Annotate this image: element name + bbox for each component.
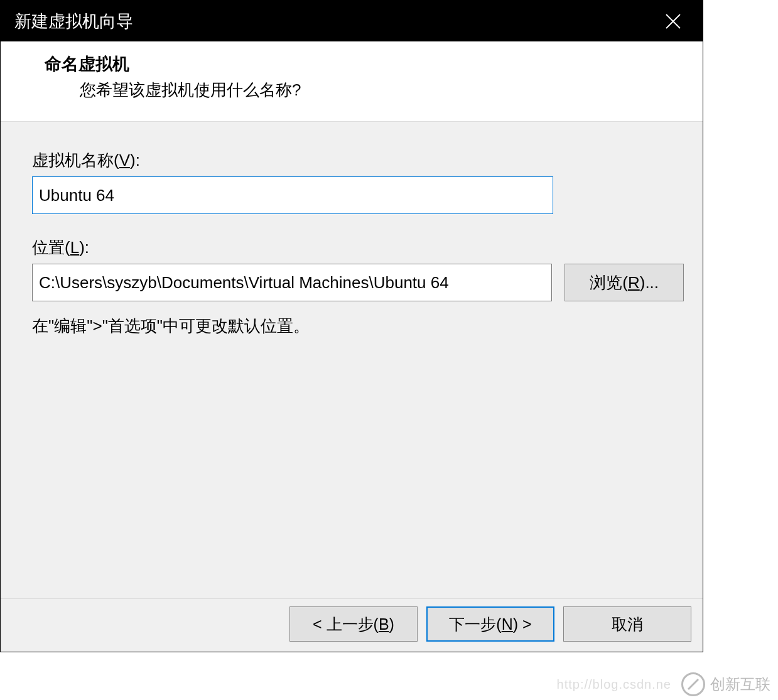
wizard-footer: < 上一步(B) 下一步(N) > 取消 (1, 599, 703, 652)
close-icon (665, 13, 681, 30)
location-label: 位置(L): (32, 237, 89, 259)
watermark-brand: 创新互联 (710, 674, 770, 694)
watermark-url: http://blog.csdn.ne (557, 677, 671, 692)
location-input[interactable] (32, 264, 552, 301)
browse-button[interactable]: 浏览(R)... (565, 264, 684, 301)
watermark: http://blog.csdn.ne 创新互联 (557, 672, 770, 696)
window-title: 新建虚拟机向导 (14, 10, 133, 33)
page-title: 命名虚拟机 (45, 53, 703, 75)
location-hint: 在"编辑">"首选项"中可更改默认位置。 (32, 315, 684, 337)
watermark-logo-icon (681, 672, 705, 696)
next-button[interactable]: 下一步(N) > (426, 606, 554, 642)
wizard-dialog: 新建虚拟机向导 命名虚拟机 您希望该虚拟机使用什么名称? 虚拟机名称(V): (0, 0, 703, 652)
vm-name-input[interactable] (32, 176, 553, 214)
back-button[interactable]: < 上一步(B) (289, 606, 418, 642)
titlebar: 新建虚拟机向导 (1, 1, 703, 41)
page-subtitle: 您希望该虚拟机使用什么名称? (80, 79, 703, 101)
cancel-button[interactable]: 取消 (563, 606, 691, 642)
vm-name-label: 虚拟机名称(V): (32, 149, 140, 171)
close-button[interactable] (657, 1, 689, 41)
wizard-body: 虚拟机名称(V): 位置(L): 浏览(R)... 在"编辑">"首选项"中可更… (1, 122, 703, 599)
wizard-header: 命名虚拟机 您希望该虚拟机使用什么名称? (1, 41, 703, 122)
svg-line-2 (688, 679, 698, 689)
